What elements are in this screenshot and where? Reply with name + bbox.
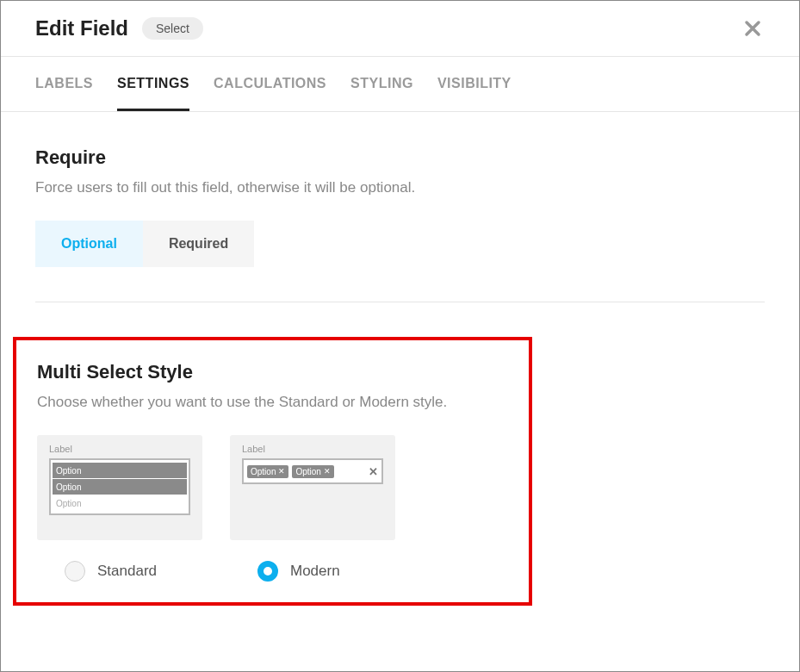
standard-listbox-preview: Option Option Option bbox=[49, 458, 190, 515]
multi-select-style-section: Multi Select Style Choose whether you wa… bbox=[13, 337, 532, 606]
multi-select-description: Choose whether you want to use the Stand… bbox=[37, 394, 508, 411]
optional-button[interactable]: Optional bbox=[35, 221, 143, 267]
tab-visibility[interactable]: VISIBILITY bbox=[437, 57, 512, 111]
close-button[interactable] bbox=[741, 16, 765, 40]
radio-icon-selected bbox=[257, 561, 278, 582]
field-type-badge: Select bbox=[142, 17, 203, 40]
preview-label: Label bbox=[49, 444, 190, 454]
preview-chip: Option✕ bbox=[292, 465, 333, 478]
settings-panel: Require Force users to fill out this fie… bbox=[1, 112, 799, 606]
edit-field-dialog: Edit Field Select LABELS SETTINGS CALCUL… bbox=[0, 0, 800, 672]
radio-icon bbox=[65, 561, 85, 582]
radio-modern-label: Modern bbox=[290, 563, 340, 580]
section-divider bbox=[35, 302, 765, 302]
required-button[interactable]: Required bbox=[143, 221, 254, 267]
require-heading: Require bbox=[35, 146, 765, 169]
require-description: Force users to fill out this field, othe… bbox=[35, 179, 765, 196]
clear-all-icon: ✕ bbox=[369, 465, 378, 478]
radio-standard[interactable]: Standard bbox=[37, 561, 202, 582]
tab-calculations[interactable]: CALCULATIONS bbox=[214, 57, 326, 111]
standard-preview-card[interactable]: Label Option Option Option bbox=[37, 435, 202, 540]
radio-standard-label: Standard bbox=[97, 563, 157, 580]
tab-bar: LABELS SETTINGS CALCULATIONS STYLING VIS… bbox=[1, 57, 799, 112]
preview-option-selected: Option bbox=[53, 463, 187, 478]
tab-styling[interactable]: STYLING bbox=[350, 57, 413, 111]
style-radio-group: Standard Modern bbox=[37, 561, 508, 582]
dialog-title: Edit Field bbox=[35, 16, 128, 40]
style-preview-row: Label Option Option Option Label Option✕… bbox=[37, 435, 508, 540]
dialog-header: Edit Field Select bbox=[1, 1, 799, 57]
multi-select-heading: Multi Select Style bbox=[37, 361, 508, 383]
tab-settings[interactable]: SETTINGS bbox=[117, 57, 189, 111]
close-icon bbox=[744, 20, 761, 37]
modern-chipbox-preview: Option✕ Option✕ ✕ bbox=[242, 458, 383, 484]
radio-modern[interactable]: Modern bbox=[230, 561, 395, 582]
chip-remove-icon: ✕ bbox=[324, 467, 331, 476]
preview-option: Option bbox=[53, 495, 187, 511]
preview-label: Label bbox=[242, 444, 383, 454]
chip-remove-icon: ✕ bbox=[278, 467, 285, 476]
require-toggle-group: Optional Required bbox=[35, 221, 765, 267]
modern-preview-card[interactable]: Label Option✕ Option✕ ✕ bbox=[230, 435, 395, 540]
preview-chip: Option✕ bbox=[247, 465, 288, 478]
preview-option-selected: Option bbox=[53, 479, 187, 495]
tab-labels[interactable]: LABELS bbox=[35, 57, 93, 111]
